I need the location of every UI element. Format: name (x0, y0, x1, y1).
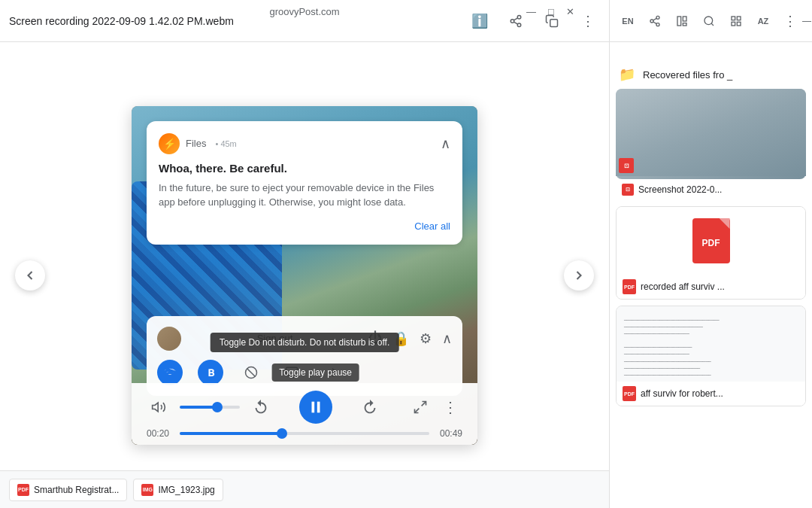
en-button[interactable]: EN (616, 9, 640, 33)
screenshot-badge: ⊡ (619, 158, 634, 173)
svg-line-25 (711, 23, 714, 26)
notif-header: ⚡ Files • 45m ∧ (159, 133, 450, 154)
svg-line-15 (414, 408, 419, 412)
pdf-corner (720, 218, 730, 229)
notif-body: In the future, be sure to eject your rem… (159, 181, 450, 210)
close-btn[interactable]: ✕ (566, 6, 574, 17)
pdf-thumbnail: PDF (617, 207, 805, 275)
progress-fill (180, 432, 282, 435)
progress-bar[interactable] (180, 432, 429, 435)
volume-button[interactable] (147, 395, 171, 419)
taskbar-item-2[interactable]: IMG IMG_1923.jpg (133, 479, 223, 501)
svg-point-17 (650, 20, 653, 23)
pdf-icon-small: PDF (623, 279, 636, 294)
svg-line-3 (514, 22, 517, 24)
right-window-controls: — □ ✕ (802, 16, 812, 26)
taskbar-item-1[interactable]: PDF Smarthub Registrat... (9, 479, 127, 501)
svg-rect-26 (732, 17, 735, 20)
right-share-button[interactable] (643, 9, 667, 33)
dnd-icon[interactable] (238, 360, 264, 385)
video-container: ⚡ Files • 45m ∧ Whoa, there. Be careful.… (132, 106, 477, 445)
screenshot-filename: Screenshot 2022-0... (638, 184, 722, 195)
right-sort-button[interactable]: AZ (751, 9, 775, 33)
taskbar-icon-1: PDF (17, 484, 29, 496)
svg-rect-29 (737, 22, 741, 26)
svg-rect-12 (311, 401, 314, 412)
play-pause-button[interactable] (299, 391, 332, 424)
right-toolbar-icons: EN (616, 9, 802, 33)
screenshot-item[interactable]: ⊡ ⊡ Screenshot 2022-0... (616, 89, 806, 200)
svg-point-0 (517, 15, 521, 19)
user-avatar (157, 327, 181, 351)
notification-card: ⚡ Files • 45m ∧ Whoa, there. Be careful.… (147, 121, 462, 245)
share-button[interactable] (504, 9, 528, 33)
pdf-item-1[interactable]: PDF PDF recorded aff surviv ... (616, 206, 806, 300)
clear-all-button[interactable]: Clear all (414, 221, 450, 232)
right-more-button[interactable]: ⋮ (778, 9, 802, 33)
pdf-label-1: PDF recorded aff surviv ... (617, 275, 805, 299)
site-domain: groovyPost.com (263, 0, 345, 23)
svg-line-7 (247, 368, 256, 376)
svg-point-1 (511, 19, 514, 23)
fullscreen-button[interactable] (408, 395, 432, 419)
volume-slider[interactable] (180, 406, 240, 409)
recovered-files-title: Recovered files fro _ (643, 69, 732, 81)
svg-rect-27 (737, 17, 741, 20)
notif-app-name: Files (186, 138, 206, 149)
taskbar-label-2: IMG_1923.jpg (158, 485, 214, 495)
screenshot-label: ⊡ Screenshot 2022-0... (616, 179, 806, 200)
expand-icon[interactable]: ∧ (442, 330, 452, 347)
svg-rect-28 (732, 22, 735, 26)
right-grid-button[interactable] (724, 9, 748, 33)
play-pause-tooltip: Toggle play pause (271, 364, 359, 382)
folder-icon: 📁 (619, 66, 635, 83)
current-time: 00:20 (147, 428, 174, 439)
svg-rect-13 (317, 401, 320, 412)
play-pause-container: Toggle play pause (299, 391, 332, 424)
recovered-files-header[interactable]: 📁 Recovered files fro _ (610, 60, 812, 89)
taskbar-label-1: Smarthub Registrat... (34, 485, 119, 495)
settings-icon[interactable]: ⚙ (420, 330, 432, 347)
info-button[interactable]: ℹ️ (468, 9, 492, 33)
right-layout-button[interactable] (670, 9, 694, 33)
svg-rect-5 (550, 19, 558, 26)
svg-line-20 (653, 18, 657, 20)
wifi-icon[interactable] (157, 360, 183, 385)
maximize-btn[interactable]: □ (548, 6, 554, 17)
right-search-button[interactable] (697, 9, 721, 33)
screenshot-thumbnail: ⊡ (616, 89, 806, 179)
svg-point-16 (656, 16, 659, 19)
svg-rect-23 (683, 23, 686, 25)
rewind-button[interactable] (249, 395, 273, 419)
minimize-btn[interactable]: — (526, 6, 536, 17)
doc-label: PDF aff surviv for robert... (617, 382, 805, 406)
more-options-button[interactable]: ⋮ (576, 9, 600, 33)
files-spacer (610, 48, 812, 60)
controls-left (147, 395, 273, 419)
video-controls: Toggle play pause (132, 383, 477, 445)
controls-main-row: Toggle play pause (147, 391, 462, 424)
notif-chevron-icon[interactable]: ∧ (441, 135, 450, 152)
volume-thumb[interactable] (212, 402, 223, 412)
forward-button[interactable] (358, 395, 382, 419)
files-app-icon: ⚡ (159, 133, 180, 154)
pdf-filename-1: recorded aff surviv ... (641, 281, 725, 292)
svg-line-14 (422, 401, 426, 406)
prev-button[interactable] (15, 260, 45, 291)
bluetooth-icon[interactable]: ʙ (198, 360, 223, 385)
right-panel: EN (609, 0, 812, 508)
right-minimize-btn[interactable]: — (802, 16, 811, 26)
progress-thumb[interactable] (277, 428, 287, 439)
doc-item[interactable]: ___________________________________ ____… (616, 306, 806, 406)
title-bar-left: Screen recording 2022-09-09 1.42.02 PM.w… (9, 15, 234, 27)
svg-point-24 (704, 17, 713, 25)
notif-title: Whoa, there. Be careful. (159, 162, 450, 175)
right-title-bar: EN (610, 0, 812, 42)
taskbar-icon-2: IMG (141, 484, 153, 496)
progress-row: 00:20 00:49 (147, 428, 462, 439)
svg-point-2 (517, 23, 521, 27)
doc-icon: PDF (623, 386, 636, 401)
more-video-button[interactable]: ⋮ (438, 395, 462, 419)
svg-marker-11 (153, 403, 159, 412)
next-button[interactable] (564, 260, 594, 291)
